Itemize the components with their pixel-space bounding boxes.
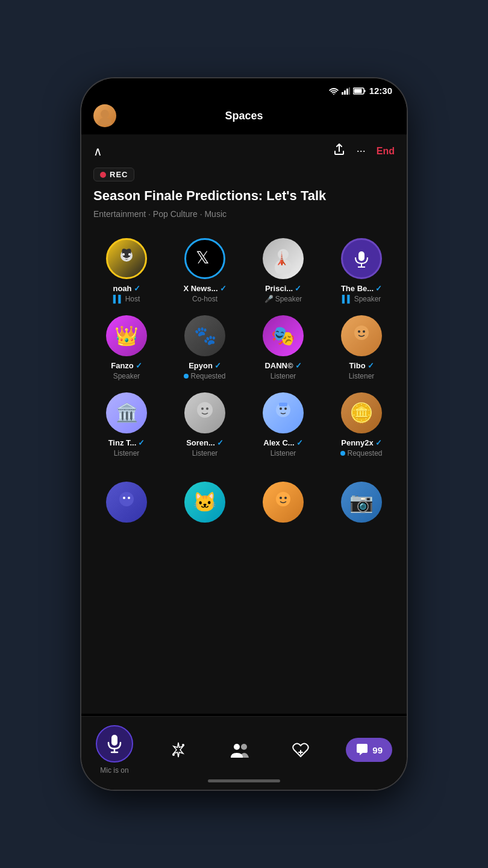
rec-text: REC bbox=[110, 170, 128, 179]
svg-point-22 bbox=[358, 330, 360, 333]
avatar-emoji-epyon: 🐾 bbox=[194, 325, 216, 346]
avatar-penny2x: 🪙 bbox=[341, 392, 382, 433]
phone-screen: 12:30 Spaces ∧ bbox=[81, 78, 407, 790]
participant-role-fanzo: Speaker bbox=[113, 372, 140, 380]
verified-epyon: ✓ bbox=[214, 361, 221, 370]
participant-noah[interactable]: noah ✓ ▌▌ Host bbox=[87, 232, 166, 309]
svg-point-43 bbox=[241, 744, 247, 750]
like-button[interactable] bbox=[285, 737, 316, 763]
svg-point-29 bbox=[284, 407, 287, 410]
svg-point-21 bbox=[354, 326, 369, 340]
participant-fanzo[interactable]: 👑 Fanzo ✓ Speaker bbox=[87, 309, 166, 386]
user-avatar[interactable] bbox=[93, 104, 116, 127]
avatar-wrapper-fanzo: 👑 bbox=[106, 315, 147, 356]
partial-cell-3[interactable]: 📷 bbox=[322, 476, 401, 529]
avatar-img-xnews: 𝕏 bbox=[193, 247, 217, 271]
avatar-wrapper-noah bbox=[106, 238, 147, 279]
participant-thebe[interactable]: The Be... ✓ ▌▌ Speaker bbox=[322, 232, 401, 309]
avatar-img bbox=[96, 107, 114, 125]
avatar-xnews: 𝕏 bbox=[184, 238, 225, 279]
svg-point-32 bbox=[123, 497, 125, 499]
share-button[interactable] bbox=[333, 143, 346, 159]
dot-blue-epyon bbox=[184, 374, 189, 379]
heart-icon bbox=[292, 742, 309, 758]
avatar-wrapper-tinzt: 🏛️ bbox=[106, 392, 147, 433]
avatar-img-soren bbox=[190, 398, 220, 428]
battery-icon bbox=[353, 87, 366, 95]
participant-name-prisci: Prisci... ✓ bbox=[265, 284, 301, 293]
participant-role-prisci: 🎤 Speaker bbox=[264, 295, 302, 303]
participant-dann[interactable]: 🎭 DANN© ✓ Listener bbox=[244, 309, 322, 386]
mic-label: Mic is on bbox=[100, 766, 128, 775]
wifi-icon bbox=[329, 87, 339, 95]
svg-point-42 bbox=[234, 744, 240, 750]
svg-point-35 bbox=[280, 497, 282, 499]
avatar-noah bbox=[106, 238, 147, 279]
effects-button[interactable] bbox=[163, 737, 194, 763]
svg-rect-3 bbox=[346, 89, 348, 95]
participant-penny2x[interactable]: 🪙 Penny2x ✓ Requested bbox=[322, 386, 401, 464]
participant-role-soren: Listener bbox=[192, 449, 218, 458]
participant-xnews[interactable]: 𝕏 X News... ✓ Co-host bbox=[166, 232, 244, 309]
end-button[interactable]: End bbox=[377, 146, 395, 157]
chat-button[interactable]: 99 bbox=[346, 738, 392, 762]
participant-tinzt[interactable]: 🏛️ Tinz T... ✓ Listener bbox=[87, 386, 166, 464]
avatar-wrapper-epyon: 🐾 bbox=[184, 315, 225, 356]
space-tags: Entertainment · Pop Culture · Music bbox=[93, 209, 395, 219]
avatar-p13 bbox=[106, 482, 147, 523]
avatar-img-noah bbox=[111, 244, 142, 274]
avatar-emoji-penny2x: 🪙 bbox=[349, 401, 374, 424]
more-options-button[interactable]: ··· bbox=[357, 145, 366, 157]
mic-icon bbox=[106, 734, 123, 753]
participant-name-epyon: Epyon ✓ bbox=[189, 361, 221, 370]
phone-frame: 12:30 Spaces ∧ bbox=[81, 78, 407, 790]
participant-role-thebe: ▌▌ Speaker bbox=[342, 295, 381, 303]
verified-prisci: ✓ bbox=[295, 284, 301, 293]
top-nav: Spaces bbox=[81, 99, 407, 134]
share-icon bbox=[333, 143, 346, 156]
partial-participants-row: 🐱 📷 bbox=[81, 470, 407, 529]
avatar-img-thebe bbox=[349, 247, 374, 271]
avatar-img-p15 bbox=[268, 487, 298, 517]
bottom-toolbar: Mic is on bbox=[81, 717, 407, 790]
svg-point-23 bbox=[363, 330, 365, 333]
collapse-button[interactable]: ∧ bbox=[93, 144, 102, 159]
avatar-fanzo: 👑 bbox=[106, 315, 147, 356]
partial-cell-0[interactable] bbox=[87, 476, 166, 529]
participant-role-alexc: Listener bbox=[271, 449, 296, 458]
svg-rect-18 bbox=[358, 251, 364, 261]
participant-tibo[interactable]: Tibo ✓ Listener bbox=[322, 309, 401, 386]
partial-cell-1[interactable]: 🐱 bbox=[166, 476, 244, 529]
avatar-wrapper-prisci: 🗼 bbox=[263, 238, 304, 279]
participant-name-alexc: Alex C... ✓ bbox=[263, 438, 302, 447]
participant-alexc[interactable]: Alex C... ✓ Listener bbox=[244, 386, 322, 464]
svg-point-0 bbox=[333, 93, 334, 95]
participant-role-tibo: Listener bbox=[349, 372, 375, 380]
verified-noah: ✓ bbox=[134, 284, 140, 293]
svg-text:🗼: 🗼 bbox=[274, 251, 289, 266]
svg-point-40 bbox=[182, 744, 184, 746]
people-button[interactable] bbox=[224, 737, 256, 763]
main-content[interactable]: ∧ ··· End REC Season Fi bbox=[81, 134, 407, 714]
people-icon bbox=[231, 742, 249, 758]
status-bar: 12:30 bbox=[81, 78, 407, 99]
svg-point-26 bbox=[206, 407, 208, 410]
svg-rect-6 bbox=[364, 90, 365, 92]
participant-soren[interactable]: Soren... ✓ Listener bbox=[166, 386, 244, 464]
status-time: 12:30 bbox=[369, 86, 392, 96]
participant-prisci[interactable]: 🗼 Prisci... ✓ 🎤 Speaker bbox=[244, 232, 322, 309]
avatar-p14: 🐱 bbox=[184, 482, 225, 523]
partial-cell-2[interactable] bbox=[244, 476, 322, 529]
participant-name-penny2x: Penny2x ✓ bbox=[341, 438, 381, 447]
avatar-wrapper-tibo bbox=[341, 315, 382, 356]
muted-icon-prisci: 🎤 bbox=[264, 295, 274, 303]
avatar-soren bbox=[184, 392, 225, 433]
avatar-p16: 📷 bbox=[341, 482, 382, 523]
svg-rect-30 bbox=[279, 403, 287, 406]
avatar-wrapper-xnews: 𝕏 bbox=[184, 238, 225, 279]
participant-name-noah: noah ✓ bbox=[113, 284, 140, 293]
participant-epyon[interactable]: 🐾 Epyon ✓ Requested bbox=[166, 309, 244, 386]
participant-role-penny2x: Requested bbox=[340, 449, 382, 458]
header-right-controls: ··· End bbox=[333, 143, 395, 159]
mic-button[interactable] bbox=[96, 725, 133, 763]
